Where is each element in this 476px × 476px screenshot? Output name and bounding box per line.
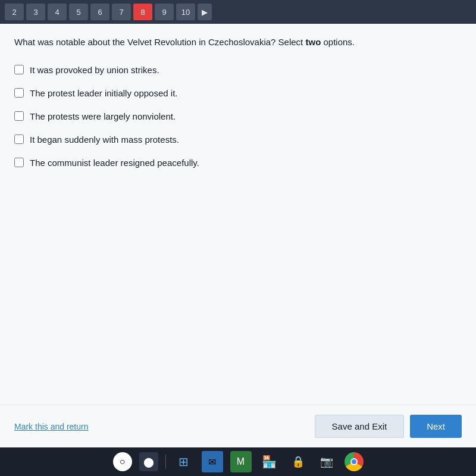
nav-btn-4[interactable]: 4 [48, 4, 67, 20]
footer-buttons: Save and Exit Next [315, 415, 462, 438]
nav-btn-7[interactable]: 7 [112, 4, 131, 20]
question-navigation: 2 3 4 5 6 7 8 9 10 ▶ [0, 0, 476, 24]
nav-btn-2[interactable]: 2 [5, 4, 24, 20]
taskbar-chrome-icon[interactable] [345, 452, 364, 471]
mark-return-button[interactable]: Mark this and return [14, 422, 89, 431]
option-5-checkbox[interactable] [14, 158, 24, 167]
option-2-label: The protest leader initially opposed it. [30, 87, 177, 99]
next-button[interactable]: Next [410, 415, 462, 438]
question-bold-word: two [305, 37, 321, 47]
nav-btn-6[interactable]: 6 [90, 4, 109, 20]
taskbar-windows-button[interactable]: ⊞ [173, 451, 195, 472]
nav-btn-5[interactable]: 5 [69, 4, 88, 20]
save-exit-button[interactable]: Save and Exit [315, 415, 405, 438]
option-4-label: It began suddenly with mass protests. [30, 133, 179, 146]
options-list: It was provoked by union strikes. The pr… [14, 64, 462, 393]
question-text-after: options. [321, 37, 355, 47]
taskbar-lock-icon[interactable]: 🔒 [287, 451, 309, 472]
nav-next-arrow[interactable]: ▶ [198, 4, 212, 20]
question-text-before: What was notable about the Velvet Revolu… [14, 37, 305, 47]
option-1-checkbox[interactable] [14, 65, 24, 74]
taskbar-cortana[interactable]: ⬤ [139, 452, 158, 471]
taskbar-minecraft-icon[interactable]: M [230, 451, 252, 472]
option-5[interactable]: The communist leader resigned peacefully… [14, 156, 462, 169]
question-text: What was notable about the Velvet Revolu… [14, 36, 462, 49]
nav-btn-3[interactable]: 3 [26, 4, 45, 20]
taskbar-mail-icon[interactable]: ✉ [202, 451, 223, 472]
nav-btn-8[interactable]: 8 [133, 4, 152, 20]
option-3[interactable]: The protests were largely nonviolent. [14, 110, 462, 123]
taskbar-camera-icon[interactable]: 📷 [316, 451, 337, 472]
option-2-checkbox[interactable] [14, 88, 24, 98]
nav-btn-9[interactable]: 9 [155, 4, 174, 20]
option-1-label: It was provoked by union strikes. [30, 64, 159, 76]
option-3-checkbox[interactable] [14, 111, 24, 121]
option-1[interactable]: It was provoked by union strikes. [14, 64, 462, 76]
option-5-label: The communist leader resigned peacefully… [30, 156, 199, 169]
nav-btn-10[interactable]: 10 [176, 4, 195, 20]
option-4-checkbox[interactable] [14, 134, 24, 144]
taskbar-divider [165, 455, 166, 469]
taskbar-search[interactable]: ○ [113, 452, 132, 471]
option-4[interactable]: It began suddenly with mass protests. [14, 133, 462, 146]
option-2[interactable]: The protest leader initially opposed it. [14, 87, 462, 99]
footer: Mark this and return Save and Exit Next [0, 405, 476, 447]
taskbar-store-icon[interactable]: 🏪 [259, 451, 280, 472]
content-area: What was notable about the Velvet Revolu… [0, 24, 476, 405]
option-3-label: The protests were largely nonviolent. [30, 110, 176, 123]
taskbar: ○ ⬤ ⊞ ✉ M 🏪 🔒 📷 [0, 447, 476, 476]
